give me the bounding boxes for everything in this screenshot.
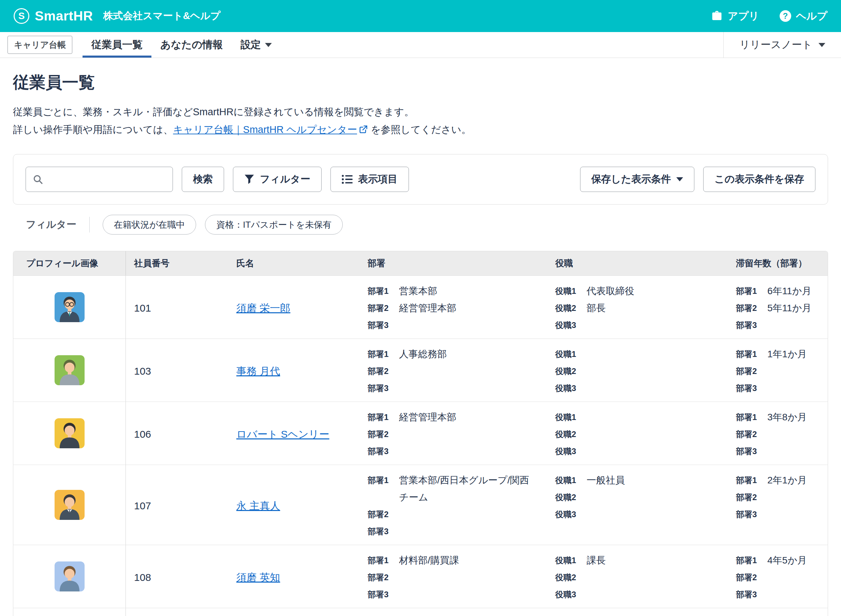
table-row: 107 永 主真人 部署1営業本部/西日本グループ/関西チーム部署2部署3 役職…	[13, 465, 828, 545]
header-employee-id: 社員番号	[126, 251, 228, 276]
employee-name-link[interactable]: 須磨 英知	[236, 571, 280, 585]
question-icon: ?	[779, 10, 791, 22]
field-value: 人事総務部	[399, 346, 539, 363]
field-label: 役職3	[555, 317, 583, 334]
help-center-link[interactable]: キャリア台帳｜SmartHR ヘルプセンター	[173, 124, 357, 135]
tenure-cell: 部署12年1か月部署2部署3	[728, 465, 828, 545]
field-label: 役職2	[555, 363, 583, 380]
employee-id-cell: 107	[126, 465, 228, 545]
release-notes-label: リリースノート	[739, 38, 812, 52]
field-label: 役職3	[555, 443, 583, 460]
profile-image-cell	[13, 276, 126, 339]
filter-pill-employment-status[interactable]: 在籍状況が在職中	[103, 215, 197, 235]
field-label: 部署3	[736, 506, 763, 523]
field-value: 営業本部/西日本グループ/関西チーム	[399, 472, 539, 506]
role-subrow: 役職1課長	[555, 552, 719, 569]
field-value	[399, 523, 539, 540]
field-label: 部署2	[368, 363, 395, 380]
smarthr-logo[interactable]: S SmartHR	[14, 8, 93, 24]
field-value	[767, 443, 819, 460]
search-button-label: 検索	[193, 173, 213, 186]
filter-pill-qualification[interactable]: 資格：ITパスポートを未保有	[205, 215, 343, 235]
employee-name-link[interactable]: ロバート Sヘンリー	[236, 427, 329, 441]
help-center-link-label: キャリア台帳｜SmartHR ヘルプセンター	[173, 124, 357, 135]
release-notes-button[interactable]: リリースノート	[724, 32, 841, 58]
profile-image-cell	[13, 545, 126, 608]
avatar	[54, 355, 85, 385]
tab-settings[interactable]: 設定	[232, 32, 281, 58]
field-label: 部署3	[736, 586, 763, 603]
field-label: 部署2	[368, 569, 395, 586]
dept-subrow: 部署2	[368, 363, 539, 380]
field-label: 役職1	[555, 283, 583, 300]
search-field-wrap	[26, 167, 173, 192]
field-value: 課長	[587, 552, 719, 569]
tenure-cell: 部署14年5か月部署2部署3	[728, 545, 828, 608]
role-subrow: 役職1代表取締役	[555, 283, 719, 300]
dept-subrow: 部署3	[368, 380, 539, 397]
table-row: 101 須磨 栄一郎 部署1営業本部部署2経営管理本部部署3 役職1代表取締役役…	[13, 276, 828, 339]
field-label: 部署3	[736, 317, 763, 334]
avatar	[54, 292, 85, 322]
field-value	[767, 586, 819, 603]
employee-id-cell: 106	[126, 402, 228, 465]
apps-menu-button[interactable]: アプリ	[711, 9, 759, 23]
field-value: 一般社員	[587, 472, 719, 489]
employee-id: 103	[134, 365, 151, 377]
product-badge: キャリア台帳	[7, 36, 72, 54]
field-value	[587, 426, 719, 443]
field-value: 経営管理本部	[399, 409, 539, 426]
help-menu-button[interactable]: ? ヘルプ	[779, 9, 827, 23]
tab-your-info[interactable]: あなたの情報	[151, 32, 232, 58]
display-columns-button[interactable]: 表示項目	[330, 167, 409, 192]
employee-name-cell: 永 主真人	[228, 465, 360, 545]
employee-name-link[interactable]: 永 主真人	[236, 499, 280, 513]
field-label: 部署2	[736, 489, 763, 506]
tenure-subrow: 部署16年11か月	[736, 283, 819, 300]
saved-view-conditions-label: 保存した表示条件	[591, 173, 671, 186]
field-value	[399, 586, 539, 603]
tenure-subrow: 部署3	[736, 317, 819, 334]
field-label: 役職3	[555, 506, 583, 523]
role-subrow: 役職1一般社員	[555, 472, 719, 489]
table-row-partial	[13, 608, 828, 616]
role-cell: 役職1役職2役職3	[547, 339, 728, 402]
role-subrow: 役職2	[555, 363, 719, 380]
tenure-subrow: 部署2	[736, 426, 819, 443]
table-row: 103 事務 月代 部署1人事総務部部署2部署3 役職1役職2役職3 部署11年…	[13, 339, 828, 402]
dept-subrow: 部署2経営管理本部	[368, 300, 539, 317]
field-label: 役職1	[555, 409, 583, 426]
toolbar: 検索 フィルター 表示項目 保存した表示条件 この表示条件を保存	[13, 154, 828, 205]
field-label: 部署1	[736, 283, 763, 300]
employee-id: 106	[134, 428, 151, 440]
chevron-down-icon	[819, 43, 825, 47]
field-value: 5年11か月	[767, 300, 819, 317]
tab-employee-list[interactable]: 従業員一覧	[82, 32, 151, 58]
main-content: 従業員一覧 従業員ごとに、業務・スキル・評価などSmartHRに登録されている情…	[0, 72, 841, 616]
field-value	[767, 380, 819, 397]
header-department: 部署	[360, 251, 547, 276]
dept-subrow: 部署2	[368, 506, 539, 523]
department-cell: 部署1営業本部/西日本グループ/関西チーム部署2部署3	[360, 465, 547, 545]
employee-name-link[interactable]: 須磨 栄一郎	[236, 301, 290, 315]
saved-view-conditions-button[interactable]: 保存した表示条件	[580, 167, 694, 192]
avatar	[54, 562, 85, 591]
tab-label: 従業員一覧	[91, 38, 142, 52]
field-value	[587, 346, 719, 363]
filter-button[interactable]: フィルター	[233, 167, 321, 192]
search-input[interactable]	[26, 167, 173, 192]
field-value	[399, 380, 539, 397]
profile-image-cell	[13, 465, 126, 545]
employee-name-link[interactable]: 事務 月代	[236, 364, 280, 378]
employee-id: 107	[134, 500, 151, 512]
dept-subrow: 部署3	[368, 317, 539, 334]
save-view-condition-button[interactable]: この表示条件を保存	[703, 167, 815, 192]
search-button[interactable]: 検索	[182, 167, 224, 192]
field-label: 部署1	[368, 346, 395, 363]
field-label: 部署1	[368, 552, 395, 569]
field-value: 1年1か月	[767, 346, 819, 363]
avatar	[54, 418, 85, 448]
tenure-subrow: 部署25年11か月	[736, 300, 819, 317]
field-label: 役職1	[555, 472, 583, 489]
header-role: 役職	[547, 251, 728, 276]
